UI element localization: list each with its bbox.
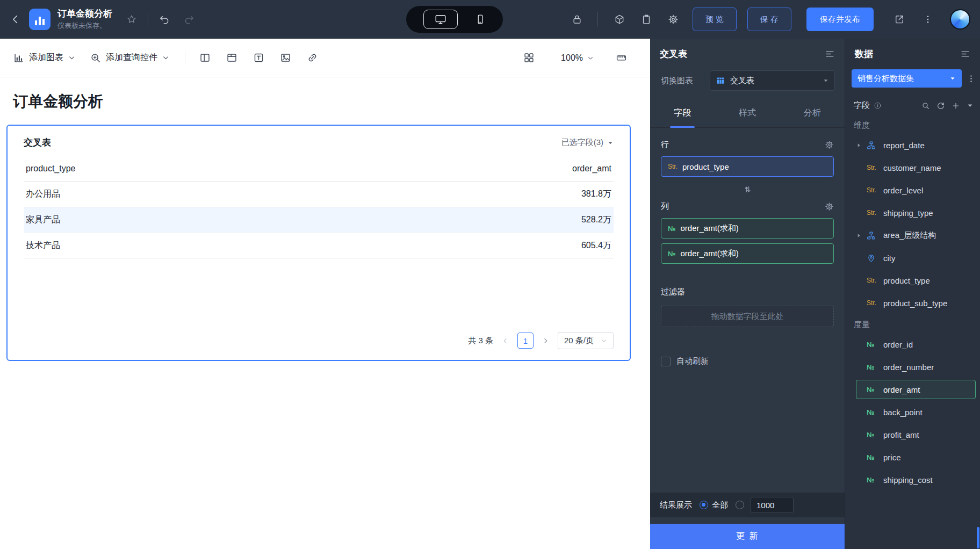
user-avatar[interactable] <box>950 9 970 30</box>
update-button[interactable]: 更 新 <box>650 524 845 549</box>
image-icon[interactable] <box>275 47 296 69</box>
table-row[interactable]: 技术产品 605.4万 <box>24 233 614 258</box>
field-name: area_层级结构 <box>883 230 936 241</box>
dimension-item[interactable]: Str. customer_name <box>845 156 980 179</box>
tab-style[interactable]: 样式 <box>715 98 780 127</box>
selected-fields-dropdown[interactable]: 已选字段(3) <box>561 138 614 148</box>
more-menu-kebab-icon[interactable] <box>923 15 933 24</box>
tab-label: 字段 <box>674 107 691 119</box>
save-button[interactable]: 保 存 <box>747 8 791 31</box>
auto-refresh-checkbox[interactable] <box>661 357 671 366</box>
field-name: profit_amt <box>883 430 919 439</box>
text-icon[interactable] <box>248 47 269 69</box>
edit-toolbar: 添加图表 添加查询控件 <box>0 39 650 77</box>
hierarchy-icon <box>867 231 883 240</box>
desktop-view-toggle[interactable] <box>423 10 458 29</box>
auto-refresh-label: 自动刷新 <box>676 356 709 366</box>
measure-item-selected[interactable]: № order_amt <box>856 380 976 399</box>
next-page-icon[interactable] <box>542 337 550 345</box>
dataset-select-button[interactable]: 销售分析数据集 <box>852 69 962 88</box>
column-header-order-amt[interactable]: order_amt <box>350 156 614 181</box>
scrollbar-thumb[interactable] <box>977 527 979 548</box>
components-cube-icon[interactable] <box>614 14 625 25</box>
column-header-product-type[interactable]: product_type <box>24 156 350 181</box>
cell-product-type: 家具产品 <box>24 207 350 233</box>
rows-gear-icon[interactable] <box>825 140 834 149</box>
refresh-icon[interactable] <box>936 102 945 110</box>
phone-icon <box>475 14 486 25</box>
number-type-tag: № <box>867 431 883 439</box>
mobile-view-toggle[interactable] <box>475 14 486 25</box>
chart-type-select[interactable]: 交叉表 <box>710 70 835 91</box>
prev-page-icon[interactable] <box>501 337 509 345</box>
row-field-name: product_type <box>682 162 729 171</box>
tab-fields[interactable]: 字段 <box>650 98 715 127</box>
tab-container-icon[interactable] <box>221 47 242 69</box>
results-all-radio[interactable] <box>700 501 708 509</box>
results-limit-radio[interactable] <box>736 501 744 509</box>
dimension-item[interactable]: area_层级结构 <box>845 224 980 247</box>
page-number-button[interactable]: 1 <box>517 333 534 349</box>
measure-item[interactable]: № back_point <box>845 401 980 423</box>
add-field-plus-icon[interactable] <box>952 102 960 110</box>
chevron-down-icon <box>587 54 594 62</box>
ruler-icon[interactable] <box>610 47 632 69</box>
settings-gear-icon[interactable] <box>668 14 679 25</box>
undo-icon[interactable] <box>159 14 170 25</box>
add-query-control-label: 添加查询控件 <box>106 52 157 63</box>
add-chart-button[interactable]: 添加图表 <box>13 52 76 64</box>
measure-item[interactable]: № profit_amt <box>845 423 980 446</box>
favorite-star-icon[interactable] <box>126 14 137 25</box>
filter-drop-zone[interactable]: 拖动数据字段至此处 <box>661 306 834 327</box>
external-link-icon[interactable] <box>894 14 905 25</box>
measure-item[interactable]: № shipping_cost <box>845 468 980 491</box>
column-field-pill[interactable]: № order_amt(求和) <box>661 218 834 239</box>
row-field-pill[interactable]: Str. product_type <box>661 156 834 177</box>
dimension-item[interactable]: Str. product_type <box>845 269 980 292</box>
expand-caret-icon[interactable] <box>856 233 867 239</box>
measure-item[interactable]: № price <box>845 446 980 468</box>
save-publish-button[interactable]: 保存并发布 <box>806 8 874 31</box>
crosstab-card[interactable]: 交叉表 已选字段(3) product_type order_amt <box>6 125 631 361</box>
fields-toolbar: 字段 <box>845 93 980 115</box>
measure-item[interactable]: № order_id <box>845 333 980 356</box>
columns-gear-icon[interactable] <box>825 202 834 211</box>
grid-layout-icon[interactable] <box>518 47 539 69</box>
zoom-control[interactable]: 100% <box>561 53 594 63</box>
collapse-panel-icon[interactable] <box>960 49 970 59</box>
dimension-item[interactable]: Str. product_sub_type <box>845 292 980 314</box>
dimension-item[interactable]: report_date <box>845 134 980 156</box>
number-type-tag: № <box>867 386 883 394</box>
dataset-row: 销售分析数据集 <box>845 65 980 93</box>
string-type-tag: Str. <box>867 209 883 216</box>
search-icon[interactable] <box>921 102 930 110</box>
swap-row-column-icon[interactable] <box>661 185 834 194</box>
table-row[interactable]: 办公用品 381.8万 <box>24 181 614 207</box>
expand-caret-icon[interactable] <box>856 142 867 148</box>
table-row[interactable]: 家具产品 528.2万 <box>24 207 614 233</box>
measure-item[interactable]: № order_number <box>845 356 980 378</box>
tab-analysis[interactable]: 分析 <box>780 98 845 127</box>
clipboard-icon[interactable] <box>641 14 652 25</box>
field-name: back_point <box>883 408 923 417</box>
dashboard-title: 订单金额分析 <box>57 8 112 19</box>
add-query-control-button[interactable]: 添加查询控件 <box>90 52 170 64</box>
column-field-pill[interactable]: № order_amt(求和) <box>661 243 834 264</box>
dimension-item[interactable]: Str. shipping_type <box>845 201 980 224</box>
caret-down-icon[interactable] <box>967 102 974 109</box>
dashboard-canvas[interactable]: 订单金额分析 交叉表 已选字段(3) product_type <box>0 77 650 549</box>
preview-button[interactable]: 预 览 <box>693 8 737 31</box>
redo-icon[interactable] <box>184 14 194 25</box>
dataset-more-kebab-icon[interactable] <box>967 74 976 83</box>
results-limit-input[interactable] <box>751 497 794 513</box>
back-button[interactable] <box>10 13 21 25</box>
lock-icon[interactable] <box>572 14 582 25</box>
dimension-item[interactable]: city <box>845 247 980 269</box>
pagination: 共 3 条 1 20 条/页 <box>24 332 614 351</box>
fields-label: 字段 <box>854 100 870 111</box>
collapse-panel-icon[interactable] <box>825 49 835 59</box>
layout-icon[interactable] <box>194 47 215 69</box>
link-icon[interactable] <box>301 47 323 69</box>
dimension-item[interactable]: Str. order_level <box>845 179 980 201</box>
page-size-select[interactable]: 20 条/页 <box>558 332 614 349</box>
